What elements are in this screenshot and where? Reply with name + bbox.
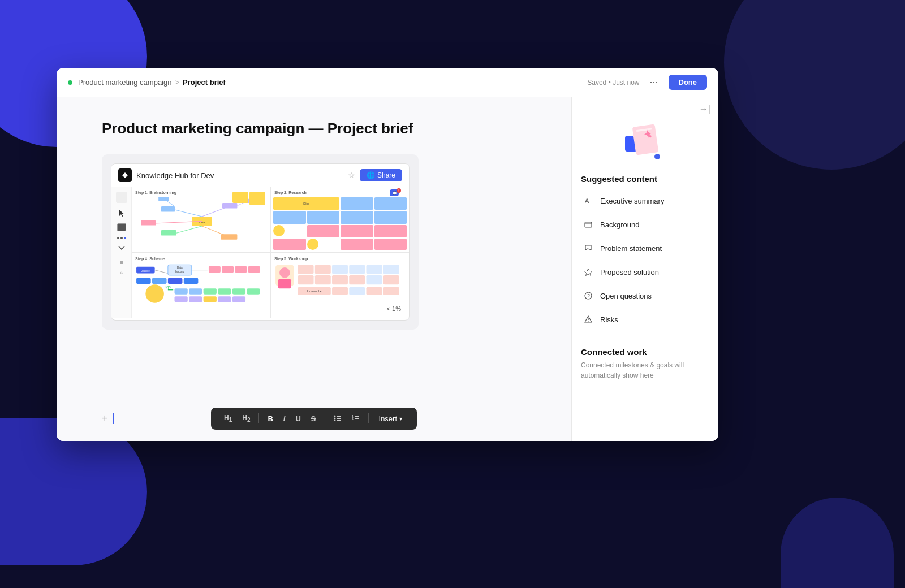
svg-point-66 <box>334 416 335 417</box>
svg-rect-75 <box>355 418 359 419</box>
insert-cursor: + <box>102 413 114 425</box>
header: Product marketing campaign > Project bri… <box>57 68 718 97</box>
right-panel: →| ✦ Suggested content A Executive <box>571 97 718 441</box>
svg-rect-49 <box>315 265 331 274</box>
rectangle-tool[interactable] <box>117 223 126 231</box>
suggested-item-executive-summary[interactable]: A Executive summary <box>576 189 714 212</box>
svg-point-83 <box>588 321 589 322</box>
percentage-label: < 1% <box>387 305 401 312</box>
risks-icon <box>582 313 594 326</box>
svg-text:2.: 2. <box>352 417 355 420</box>
illustration-container: ✦ <box>623 120 668 165</box>
svg-rect-32 <box>175 288 188 294</box>
preview-toolbar: Knowledge Hub for Dev ☆ 🌐 Share <box>111 164 409 187</box>
bg-shape-topright <box>724 0 905 170</box>
project-status-dot <box>68 80 72 85</box>
suggested-content-title: Suggested content <box>572 174 718 189</box>
svg-rect-26 <box>248 266 260 273</box>
add-block-button[interactable]: + <box>102 413 108 425</box>
svg-rect-50 <box>332 265 348 274</box>
sparkle-icon: ✦ <box>642 127 653 141</box>
main-window: Product marketing campaign > Project bri… <box>57 68 718 441</box>
svg-rect-69 <box>337 418 341 419</box>
page-content: Product marketing campaign — Project bri… <box>57 97 571 401</box>
preview-card[interactable]: Knowledge Hub for Dev ☆ 🌐 Share <box>102 154 419 330</box>
bold-button[interactable]: B <box>264 413 277 425</box>
chevron-down-icon: ▾ <box>399 416 402 422</box>
suggested-list: A Executive summary Background Problem s… <box>572 189 718 331</box>
svg-rect-57 <box>349 275 365 284</box>
done-button[interactable]: Done <box>669 75 708 90</box>
fast-forward-icon[interactable]: » <box>120 270 123 276</box>
svg-rect-30 <box>184 278 199 284</box>
preview-logo <box>118 168 132 182</box>
svg-point-31 <box>145 284 164 303</box>
preview-share-button[interactable]: 🌐 Share <box>360 169 402 181</box>
svg-rect-24 <box>222 266 234 273</box>
svg-rect-56 <box>332 275 348 284</box>
svg-rect-25 <box>235 266 247 273</box>
svg-rect-67 <box>337 416 341 417</box>
svg-rect-54 <box>298 275 314 284</box>
h1-button[interactable]: H1 <box>220 412 236 425</box>
svg-rect-7 <box>161 206 175 212</box>
svg-rect-36 <box>232 288 245 294</box>
bottom-toolbar-area: + H1 H2 B I U S <box>57 401 571 441</box>
text-cursor <box>113 413 114 424</box>
svg-rect-14 <box>158 197 169 201</box>
svg-rect-39 <box>189 296 202 302</box>
breadcrumb-current: Project brief <box>183 78 226 87</box>
format-toolbar: H1 H2 B I U S <box>211 408 417 430</box>
cursor-tool[interactable] <box>117 209 126 218</box>
ordered-list-button[interactable]: 1. 2. <box>348 412 364 425</box>
svg-rect-42 <box>232 296 245 302</box>
svg-text:Increase the: Increase the <box>307 290 322 293</box>
panel-collapse-area: →| <box>572 97 718 114</box>
italic-button[interactable]: I <box>279 413 290 425</box>
suggested-item-problem-statement[interactable]: Problem statement <box>576 237 714 260</box>
connected-work-title: Connected work <box>581 347 709 357</box>
collapse-panel-button[interactable]: →| <box>699 104 710 114</box>
preview-star-icon[interactable]: ☆ <box>348 171 355 180</box>
svg-rect-58 <box>367 275 382 284</box>
svg-rect-28 <box>152 278 167 284</box>
illus-pink-paper: ✦ <box>632 124 658 155</box>
preview-grid: » Step 1: Brainstorming <box>111 187 409 318</box>
svg-line-2 <box>175 210 202 217</box>
bg-shape-bottomright <box>781 498 894 588</box>
svg-rect-8 <box>222 203 237 209</box>
breadcrumb-parent[interactable]: Product marketing campaign <box>78 78 171 87</box>
proposed-solution-icon <box>582 266 594 278</box>
svg-line-18 <box>155 270 168 274</box>
nav-tools <box>118 245 126 250</box>
more-tools[interactable] <box>117 237 126 239</box>
strikethrough-button[interactable]: S <box>307 413 320 425</box>
svg-rect-35 <box>218 288 231 294</box>
more-options-button[interactable]: ··· <box>646 74 661 90</box>
insert-button[interactable]: Insert ▾ <box>373 412 408 425</box>
underline-button[interactable]: U <box>291 413 304 425</box>
suggested-item-background[interactable]: Background <box>576 213 714 236</box>
svg-marker-79 <box>584 269 592 276</box>
svg-rect-59 <box>383 275 399 284</box>
svg-rect-47 <box>278 279 291 288</box>
breadcrumb-separator: > <box>175 78 179 87</box>
svg-rect-38 <box>175 296 188 302</box>
svg-point-46 <box>279 267 290 278</box>
suggested-item-risks[interactable]: Risks <box>576 308 714 331</box>
bullet-list-button[interactable] <box>330 412 346 425</box>
preview-sidebar: » <box>111 187 132 318</box>
preview-main-grid: Step 1: Brainstorming Idea <box>132 187 409 318</box>
svg-rect-52 <box>367 265 382 274</box>
svg-text:A: A <box>585 197 589 204</box>
svg-rect-9 <box>161 230 176 236</box>
suggested-item-open-questions[interactable]: ? Open questions <box>576 284 714 307</box>
background-label: Background <box>600 220 639 229</box>
problem-statement-label: Problem statement <box>600 244 662 253</box>
suggested-item-proposed-solution[interactable]: Proposed solution <box>576 261 714 283</box>
h2-button[interactable]: H2 <box>238 412 254 425</box>
body-layout: Product marketing campaign — Project bri… <box>57 97 718 441</box>
ps-icon-1 <box>116 192 127 203</box>
svg-text:Idea: Idea <box>199 220 205 224</box>
risks-label: Risks <box>600 315 618 324</box>
